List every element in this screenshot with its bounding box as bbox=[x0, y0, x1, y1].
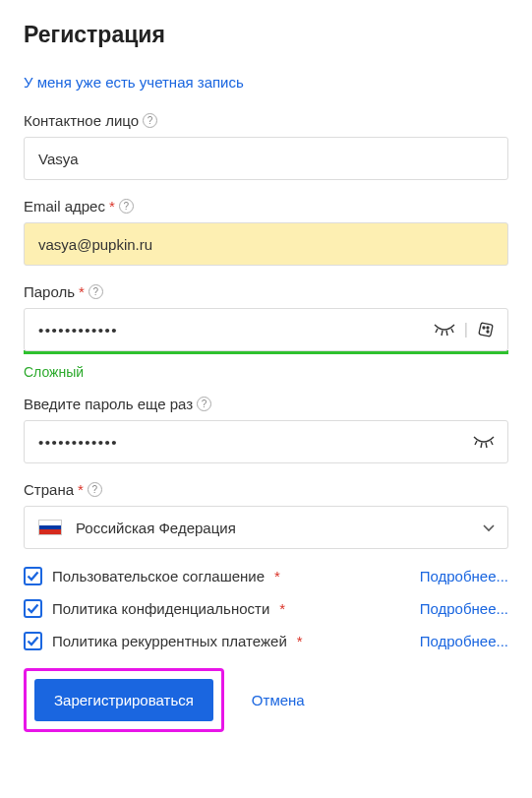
email-input[interactable] bbox=[25, 225, 507, 264]
password-label: Пароль bbox=[24, 283, 75, 300]
svg-point-6 bbox=[487, 331, 489, 333]
chevron-down-icon bbox=[482, 522, 496, 532]
svg-rect-4 bbox=[479, 323, 493, 337]
country-label: Страна bbox=[24, 481, 74, 498]
register-button[interactable]: Зарегистрироваться bbox=[34, 679, 213, 721]
svg-line-8 bbox=[475, 441, 477, 445]
svg-line-11 bbox=[491, 441, 493, 445]
eye-closed-icon[interactable] bbox=[433, 323, 456, 337]
svg-line-2 bbox=[446, 331, 447, 336]
required-asterisk: * bbox=[279, 600, 285, 617]
password-repeat-label: Введите пароль еще раз bbox=[24, 396, 193, 412]
cancel-button[interactable]: Отмена bbox=[252, 692, 305, 708]
page-title: Регистрация bbox=[24, 22, 508, 48]
help-icon[interactable]: ? bbox=[197, 397, 211, 411]
agreement-more-link[interactable]: Подробнее... bbox=[420, 600, 508, 617]
svg-line-1 bbox=[442, 331, 443, 336]
help-icon[interactable]: ? bbox=[119, 199, 134, 214]
agreement-label: Политика рекуррентных платежей bbox=[52, 633, 287, 649]
required-asterisk: * bbox=[79, 283, 85, 300]
agreement-checkbox[interactable] bbox=[24, 567, 42, 585]
contact-input[interactable] bbox=[25, 140, 507, 178]
svg-line-3 bbox=[451, 329, 453, 333]
required-asterisk: * bbox=[297, 633, 303, 649]
required-asterisk: * bbox=[78, 481, 84, 498]
password-input[interactable] bbox=[25, 311, 433, 349]
svg-line-0 bbox=[436, 329, 438, 333]
help-icon[interactable]: ? bbox=[89, 284, 103, 299]
help-icon[interactable]: ? bbox=[143, 113, 157, 128]
flag-icon bbox=[38, 520, 62, 535]
password-repeat-input[interactable] bbox=[25, 423, 472, 461]
eye-closed-icon[interactable] bbox=[472, 435, 496, 449]
required-asterisk: * bbox=[274, 568, 280, 584]
login-link[interactable]: У меня уже есть учетная запись bbox=[24, 74, 244, 91]
email-label: Email адрес bbox=[24, 198, 105, 215]
country-select[interactable]: Российская Федерация bbox=[24, 506, 508, 549]
agreement-label: Пользовательское соглашение bbox=[52, 568, 265, 584]
required-asterisk: * bbox=[109, 198, 115, 215]
agreement-checkbox[interactable] bbox=[24, 632, 42, 650]
help-icon[interactable]: ? bbox=[88, 482, 102, 497]
svg-point-5 bbox=[483, 327, 485, 329]
agreement-more-link[interactable]: Подробнее... bbox=[420, 568, 508, 584]
password-strength-label: Сложный bbox=[24, 364, 508, 380]
agreement-checkbox[interactable] bbox=[24, 599, 42, 618]
svg-point-7 bbox=[487, 327, 489, 329]
highlight-annotation: Зарегистрироваться bbox=[24, 668, 224, 732]
agreement-label: Политика конфиденциальности bbox=[52, 600, 269, 617]
country-selected: Российская Федерация bbox=[62, 509, 482, 547]
contact-label: Контактное лицо bbox=[24, 112, 139, 129]
agreement-more-link[interactable]: Подробнее... bbox=[420, 633, 508, 649]
dice-icon[interactable] bbox=[476, 320, 496, 339]
svg-line-10 bbox=[486, 443, 487, 448]
svg-line-9 bbox=[481, 443, 482, 448]
